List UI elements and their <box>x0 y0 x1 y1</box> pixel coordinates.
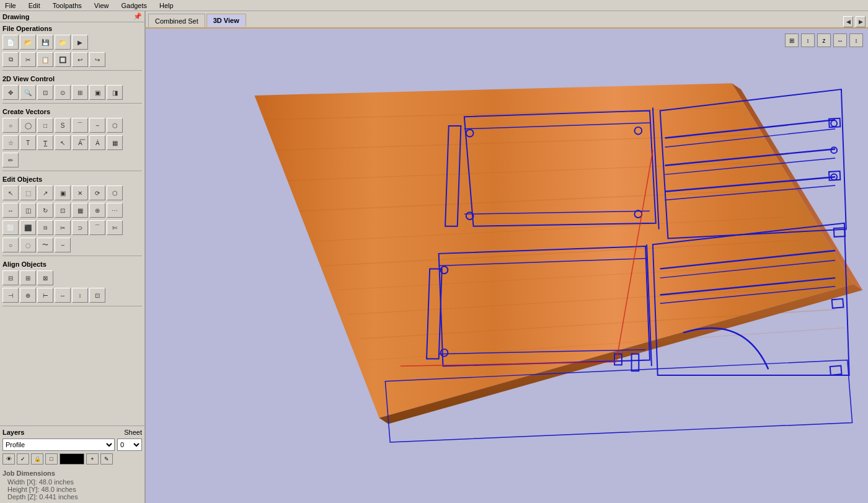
align-center-v-tool[interactable]: ⊟ <box>2 270 19 285</box>
ungroup-tool[interactable]: ✕ <box>72 185 88 200</box>
envelope-tool[interactable]: ⬡ <box>107 185 123 200</box>
polygon-tool[interactable]: ⬡ <box>107 118 123 133</box>
node-tool[interactable]: ↖ <box>55 135 71 150</box>
new-file-button[interactable]: 📄 <box>2 35 19 50</box>
zoom-fit-tool[interactable]: ⊡ <box>37 85 53 100</box>
group-tool[interactable]: ▣ <box>55 185 71 200</box>
zoom-in-tool[interactable]: 🔍 <box>20 85 36 100</box>
view-ctrl-vert2[interactable]: ↕ <box>849 33 863 47</box>
align-row1: ⊟ ⊞ ⊠ <box>0 269 144 287</box>
view-ctrl-grid[interactable]: ⊞ <box>785 33 799 47</box>
depth-value: 0.441 inches <box>39 493 78 501</box>
layer-edit-icon[interactable]: ✎ <box>100 453 113 465</box>
blend-tool[interactable]: ⊕ <box>89 203 105 218</box>
job-dims-width: Width [X]: 48.0 inches <box>2 478 142 486</box>
text-arc-tool[interactable]: Ȧ <box>89 135 105 150</box>
menu-file[interactable]: File <box>2 2 19 9</box>
tab-nav-left[interactable]: ◀ <box>843 16 853 27</box>
transform-tool[interactable]: ⟳ <box>89 185 105 200</box>
paste-button[interactable]: 📋 <box>37 52 53 67</box>
layer-select[interactable]: Profile <box>2 438 115 451</box>
align-center-h-tool[interactable]: ⊞ <box>20 270 36 285</box>
array-tool[interactable]: ▦ <box>72 203 88 218</box>
layer-check-icon[interactable]: ✓ <box>17 453 29 465</box>
wave-tool[interactable]: 〜 <box>37 238 53 252</box>
trim-tool[interactable]: ✂ <box>55 220 71 235</box>
arc-tool[interactable]: ⌒ <box>72 118 88 133</box>
circle-tool[interactable]: ○ <box>2 118 19 133</box>
tab-3d-view[interactable]: 3D View <box>206 14 246 27</box>
height-label: Height [Y]: <box>7 486 39 493</box>
scissors-tool[interactable]: ✄ <box>107 220 123 235</box>
spline-tool[interactable]: S <box>55 118 71 133</box>
tab-nav-right[interactable]: ▶ <box>856 16 866 27</box>
open-file-button[interactable]: 📂 <box>20 35 36 50</box>
undo-button[interactable]: ↩ <box>72 52 88 67</box>
layer-square-icon[interactable]: □ <box>45 453 58 465</box>
layer-color-swatch[interactable] <box>60 453 84 465</box>
draw-tool[interactable]: ✏ <box>2 153 19 167</box>
layer-visible-icon[interactable]: 👁 <box>2 453 15 465</box>
space-h-tool[interactable]: ↔ <box>55 288 71 303</box>
panel-pin-icon[interactable]: 📌 <box>133 12 142 20</box>
layers-controls: Profile 0 <box>2 438 142 451</box>
save-file-button[interactable]: 💾 <box>37 35 53 50</box>
offset-tool[interactable]: ⬜ <box>2 220 19 235</box>
menu-help[interactable]: Help <box>157 2 176 9</box>
view-ctrl-horiz[interactable]: ↔ <box>833 33 847 47</box>
save-as-button[interactable]: 📁 <box>55 35 71 50</box>
rotate-tool[interactable]: ↻ <box>37 203 53 218</box>
roughen-tool[interactable]: ⋯ <box>107 203 123 218</box>
ellipse-tool[interactable]: ◯ <box>20 118 36 133</box>
layer-lock-icon[interactable]: 🔒 <box>31 453 43 465</box>
rect-tool[interactable]: □ <box>37 118 53 133</box>
zoom-ext-tool[interactable]: ⊞ <box>72 85 88 100</box>
spiral-tool[interactable]: ◌ <box>20 238 36 252</box>
text-vert-tool[interactable]: T̲ <box>37 135 53 150</box>
inset-tool[interactable]: ⬛ <box>20 220 36 235</box>
menu-gadgets[interactable]: Gadgets <box>118 2 149 9</box>
copy-button[interactable]: ⧉ <box>2 52 19 67</box>
menu-toolpaths[interactable]: Toolpaths <box>50 2 84 9</box>
node-edit-tool[interactable]: ⬚ <box>20 185 36 200</box>
zoom-all-tool[interactable]: ▣ <box>89 85 105 100</box>
align-center-tool[interactable]: ⊕ <box>20 288 36 303</box>
align-middle-tool[interactable]: ⊠ <box>37 270 53 285</box>
pan-tool[interactable]: ✥ <box>2 85 19 100</box>
zoom-sel-tool[interactable]: ⊙ <box>55 85 71 100</box>
redo-button[interactable]: ↪ <box>89 52 105 67</box>
sheet-select[interactable]: 0 <box>117 438 142 451</box>
taper-tool[interactable]: ⌣ <box>55 238 71 252</box>
layer-add-icon[interactable]: + <box>86 453 99 465</box>
space-v-tool[interactable]: ↕ <box>72 288 88 303</box>
tab-combined-set[interactable]: Combined Set <box>148 14 205 27</box>
zoom-prev-tool[interactable]: ◨ <box>107 85 123 100</box>
view-ctrl-z[interactable]: z <box>817 33 831 47</box>
dist-tool[interactable]: ⊡ <box>89 288 105 303</box>
view-ctrl-vert[interactable]: ↕ <box>801 33 815 47</box>
select-tool[interactable]: ↖ <box>2 185 19 200</box>
arc2-tool[interactable]: ⌣ <box>89 118 105 133</box>
weld-tool[interactable]: ⧈ <box>37 220 53 235</box>
star-tool[interactable]: ☆ <box>2 135 19 150</box>
job-dims-title: Job Dimensions <box>2 470 142 477</box>
mirror-v-tool[interactable]: ◫ <box>20 203 36 218</box>
text-center-tool[interactable]: A͞ <box>72 135 88 150</box>
scale-tool[interactable]: ⊡ <box>55 203 71 218</box>
smooth-tool[interactable]: ↗ <box>37 185 53 200</box>
text-tool[interactable]: T <box>20 135 36 150</box>
menu-edit[interactable]: Edit <box>26 2 43 9</box>
unknown-button[interactable]: 🔲 <box>55 52 71 67</box>
menu-view[interactable]: View <box>92 2 112 9</box>
mirror-h-tool[interactable]: ↔ <box>2 203 19 218</box>
contour-tool[interactable]: ○ <box>2 238 19 252</box>
svg-point-25 <box>831 147 837 153</box>
join-tool[interactable]: ⊃ <box>72 220 88 235</box>
align-right-tool[interactable]: ⊢ <box>37 288 53 303</box>
fillet-tool[interactable]: ⌒ <box>89 220 105 235</box>
sheet-label: Sheet <box>124 429 142 436</box>
qrcode-tool[interactable]: ▦ <box>107 135 123 150</box>
import-button[interactable]: ▶ <box>72 35 88 50</box>
align-left-tool[interactable]: ⊣ <box>2 288 19 303</box>
cut-button[interactable]: ✂ <box>20 52 36 67</box>
